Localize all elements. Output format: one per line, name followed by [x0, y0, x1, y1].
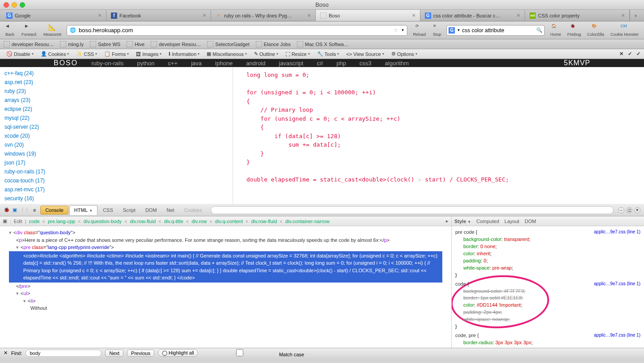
tab-w3schools[interactable]: w3 CSS color property ✕ — [525, 10, 630, 21]
close-tab-icon[interactable]: ✕ — [98, 13, 102, 18]
google-engine-icon[interactable]: G — [449, 27, 455, 34]
search-input[interactable] — [462, 27, 534, 34]
home-button[interactable]: 🏠Home — [548, 24, 563, 37]
bookmark-item[interactable]: Mac OS X Softwa… — [297, 41, 349, 47]
devtool-cookies[interactable]: 👤Cookies▾ — [38, 51, 72, 57]
tag-link[interactable]: windows (19) — [4, 149, 94, 158]
crumb-item[interactable]: div.question-body — [84, 219, 122, 224]
css-rule[interactable]: applic…9e7.css (line 1)code, pre {border… — [455, 332, 640, 348]
tag-link[interactable]: asp.net (23) — [4, 78, 94, 87]
tag-link[interactable]: asp.net-mvc (17) — [4, 185, 94, 194]
console-tab[interactable]: Console — [40, 206, 68, 215]
tab-boso[interactable]: Boso ✕ — [316, 10, 420, 21]
tag-link[interactable]: ruby (23) — [4, 87, 94, 96]
tag-link[interactable]: svn (20) — [4, 140, 94, 149]
firebug-icon[interactable]: 🐞 — [4, 207, 10, 213]
url-bar[interactable]: 🌐 ☆ ▼ — [67, 25, 407, 36]
menu-icon[interactable]: ≡ — [33, 207, 36, 213]
inspect-icon[interactable]: ▣ — [3, 218, 7, 224]
cookies-tab[interactable]: Cookies — [180, 206, 207, 215]
css-rule[interactable]: applic…9e7.css (line 1)pre code {backgro… — [455, 229, 640, 279]
close-tab-icon[interactable]: ✕ — [621, 13, 625, 18]
nav-link[interactable]: php — [336, 60, 346, 67]
css-rules[interactable]: applic…9e7.css (line 1)pre code {backgro… — [452, 226, 644, 348]
tab-stackoverflow[interactable]: ≡ ruby on rails - Why does Pyg… ✕ — [211, 10, 316, 21]
firebug-detach-icon[interactable]: ◫ — [626, 207, 632, 213]
firebug-min-icon[interactable]: – — [618, 207, 624, 213]
tag-link[interactable]: cocoa-touch (17) — [4, 176, 94, 185]
devtool-resize[interactable]: ⛶Resize▾ — [283, 51, 313, 57]
tab-google-search[interactable]: G css color attribute - Buscar c… ✕ — [420, 10, 525, 21]
crumb-item[interactable]: div.q-content — [215, 219, 243, 224]
tag-link[interactable]: c++-faq (24) — [4, 69, 94, 78]
stop-button[interactable]: ✕Stop — [431, 24, 443, 37]
close-tab-icon[interactable]: ✕ — [517, 13, 520, 18]
rule-source[interactable]: applic…9e7.css (line 1) — [594, 229, 640, 236]
forward-button[interactable]: ▶Forward — [20, 24, 38, 37]
crumb-item[interactable]: div.row — [191, 219, 207, 224]
find-next-button[interactable]: Next — [105, 350, 123, 357]
dropdown-icon[interactable]: ▼ — [401, 28, 404, 32]
edit-button[interactable]: Edit — [14, 219, 22, 224]
match-case-checkbox[interactable]: Match case — [202, 349, 304, 357]
crumb-item[interactable]: div.container-narrow — [285, 219, 330, 224]
tag-link[interactable]: sql-server (22) — [4, 122, 94, 131]
crumb-item[interactable]: div.q-title — [164, 219, 183, 224]
nav-link[interactable]: python — [137, 60, 154, 67]
dropdown-icon[interactable]: ▼ — [457, 28, 460, 32]
bookmark-star-icon[interactable]: ☆ — [394, 27, 398, 33]
find-input[interactable] — [25, 350, 102, 357]
devtool-miscellaneous[interactable]: ▦Miscellaneous▾ — [204, 51, 250, 57]
nav-left-icon[interactable]: 〈 — [19, 207, 24, 213]
cookiemonster-button[interactable]: CMCookie Monster — [609, 24, 640, 37]
close-tab-icon[interactable]: ✕ — [307, 13, 311, 18]
colorzilla-button[interactable]: 🎨ColorZilla — [585, 24, 606, 37]
devtool-options[interactable]: ⚙Options▾ — [389, 51, 420, 57]
tag-link[interactable]: ruby-on-rails (17) — [4, 167, 94, 176]
tab-facebook[interactable]: f Facebook ✕ — [106, 10, 211, 21]
rule-source[interactable]: applic…9e7.css (line 1) — [594, 281, 640, 287]
nav-link[interactable]: algorithm — [385, 60, 409, 67]
computed-tab[interactable]: Computed — [476, 219, 499, 224]
devtool-disable[interactable]: 🚫Disable▾ — [4, 51, 36, 57]
dom-tab[interactable]: DOM — [525, 219, 536, 224]
crumb-item[interactable]: pre.lang-cpp — [48, 219, 75, 224]
crumb-item[interactable]: div.row-fluid — [130, 219, 156, 224]
devtool-information[interactable]: ℹInformation▾ — [166, 51, 202, 57]
nav-link[interactable]: java — [191, 60, 202, 67]
site-logo[interactable]: BOSO — [54, 59, 78, 67]
bookmark-item[interactable]: Sabre WS — [90, 41, 120, 47]
html-tree[interactable]: ▾<div class="question-body"><p>Here is a… — [0, 226, 451, 348]
url-input[interactable] — [79, 27, 391, 34]
nav-link[interactable]: c# — [317, 60, 323, 67]
tag-link[interactable]: eclipse (22) — [4, 105, 94, 114]
bookmark-item[interactable]: SelectorGadget — [207, 41, 249, 47]
nav-link[interactable]: c++ — [168, 60, 178, 67]
nav-link[interactable]: css3 — [360, 60, 372, 67]
nav-link[interactable]: javascript — [279, 60, 304, 67]
tag-link[interactable]: arrays (23) — [4, 96, 94, 105]
tab-google[interactable]: G Google ✕ — [2, 10, 106, 21]
tag-link[interactable]: security (16) — [4, 194, 94, 203]
net-tab[interactable]: Net — [162, 206, 179, 215]
bookmark-item[interactable]: Elance Jobs — [256, 41, 291, 47]
rule-source[interactable]: applic…9e7.css (line 1) — [594, 332, 640, 339]
css-tab[interactable]: CSS — [98, 206, 118, 215]
firebug-button[interactable]: 🐞Firebug — [565, 24, 583, 37]
search-icon[interactable]: 🔍 — [536, 27, 542, 33]
close-tab-icon[interactable]: ✕ — [203, 13, 206, 18]
bookmark-item[interactable]: developer Resou… — [151, 41, 201, 47]
zoom-window-button[interactable] — [20, 2, 25, 8]
tag-link[interactable]: mysql (22) — [4, 114, 94, 122]
crumb-item[interactable]: div.row-fluid — [251, 219, 277, 224]
bookmark-item[interactable]: ming.ly — [60, 41, 84, 47]
dom-tab[interactable]: DOM — [141, 206, 161, 215]
devtool-outline[interactable]: ✎Outline▾ — [251, 51, 281, 57]
devtool-view source[interactable]: <>View Source▾ — [343, 51, 386, 57]
highlight-all-button[interactable]: ◯ Highlight all — [158, 349, 198, 357]
devtool-css[interactable]: ✨CSS▾ — [73, 51, 100, 57]
selected-element[interactable]: <code>#include <algorithm> #include <cti… — [9, 251, 442, 283]
close-tab-icon[interactable]: ✕ — [412, 13, 415, 18]
layout-tab[interactable]: Layout — [504, 219, 519, 224]
crumb-item[interactable]: code — [29, 219, 40, 224]
